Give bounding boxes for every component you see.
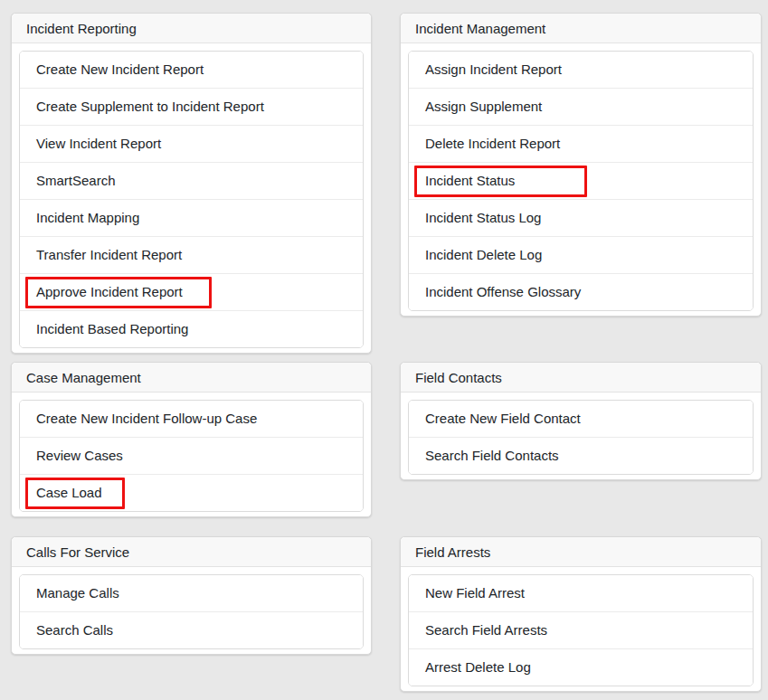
panel-header-field-arrests: Field Arrests	[401, 537, 761, 567]
row-3: Calls For Service Manage Calls Search Ca…	[11, 536, 758, 692]
menu-item-label: Transfer Incident Report	[36, 247, 182, 262]
menu-list: Assign Incident Report Assign Supplement…	[408, 51, 754, 311]
menu-item-label: Create Supplement to Incident Report	[36, 99, 264, 114]
menu-item-create-supplement-to-incident-report[interactable]: Create Supplement to Incident Report	[20, 89, 363, 126]
menu-item-search-field-contacts[interactable]: Search Field Contacts	[409, 438, 753, 474]
menu-item-incident-offense-glossary[interactable]: Incident Offense Glossary	[409, 274, 753, 310]
page-container: Incident Reporting Create New Incident R…	[0, 0, 768, 692]
panel-title: Incident Reporting	[26, 21, 137, 36]
menu-list: New Field Arrest Search Field Arrests Ar…	[408, 574, 754, 686]
menu-item-label: Create New Incident Follow-up Case	[36, 411, 257, 426]
menu-item-manage-calls[interactable]: Manage Calls	[20, 575, 363, 612]
panel-title: Case Management	[26, 370, 141, 385]
menu-item-label: Incident Mapping	[36, 210, 139, 225]
menu-item-label: New Field Arrest	[425, 585, 525, 601]
menu-item-view-incident-report[interactable]: View Incident Report	[20, 126, 363, 163]
menu-item-label: Case Load	[36, 485, 102, 500]
menu-item-label: Arrest Delete Log	[425, 659, 531, 675]
menu-item-transfer-incident-report[interactable]: Transfer Incident Report	[20, 237, 363, 274]
menu-item-search-field-arrests[interactable]: Search Field Arrests	[409, 612, 753, 649]
panel-field-contacts: Field Contacts Create New Field Contact …	[400, 362, 762, 480]
panel-incident-management: Incident Management Assign Incident Repo…	[400, 13, 762, 317]
menu-item-assign-supplement[interactable]: Assign Supplement	[409, 89, 753, 126]
menu-item-create-new-incident-report[interactable]: Create New Incident Report	[20, 52, 363, 89]
menu-item-incident-delete-log[interactable]: Incident Delete Log	[409, 237, 753, 274]
menu-item-label: Approve Incident Report	[36, 284, 183, 299]
panel-header-calls-for-service: Calls For Service	[12, 537, 371, 567]
menu-item-label: Incident Based Reporting	[36, 321, 188, 336]
menu-item-assign-incident-report[interactable]: Assign Incident Report	[409, 52, 753, 89]
menu-item-label: Incident Status Log	[425, 210, 541, 225]
panel-calls-for-service: Calls For Service Manage Calls Search Ca…	[11, 536, 372, 655]
menu-item-create-new-incident-follow-up-case[interactable]: Create New Incident Follow-up Case	[20, 401, 363, 438]
menu-item-new-field-arrest[interactable]: New Field Arrest	[409, 575, 753, 612]
menu-item-label: Create New Field Contact	[425, 411, 581, 426]
menu-list: Create New Field Contact Search Field Co…	[408, 400, 754, 475]
panel-header-case-management: Case Management	[12, 363, 371, 393]
menu-item-review-cases[interactable]: Review Cases	[20, 438, 363, 475]
panel-field-arrests: Field Arrests New Field Arrest Search Fi…	[400, 536, 762, 692]
menu-item-incident-mapping[interactable]: Incident Mapping	[20, 200, 363, 237]
panel-title: Field Contacts	[415, 370, 502, 385]
panel-body: Create New Incident Report Create Supple…	[12, 43, 371, 353]
menu-item-incident-status-log[interactable]: Incident Status Log	[409, 200, 753, 237]
menu-item-label: Review Cases	[36, 448, 123, 463]
menu-item-label: Search Calls	[36, 622, 113, 638]
panel-title: Incident Management	[415, 21, 545, 36]
menu-item-label: Incident Status	[425, 173, 515, 188]
panel-header-incident-reporting: Incident Reporting	[12, 14, 371, 43]
menu-item-label: Search Field Contacts	[425, 448, 559, 463]
menu-list: Create New Incident Follow-up Case Revie…	[19, 400, 364, 512]
panel-title: Field Arrests	[415, 544, 490, 560]
menu-list: Create New Incident Report Create Supple…	[19, 51, 364, 348]
panel-title: Calls For Service	[26, 544, 129, 560]
menu-item-label: Manage Calls	[36, 585, 119, 601]
menu-item-label: Search Field Arrests	[425, 622, 547, 638]
menu-item-search-calls[interactable]: Search Calls	[20, 612, 363, 648]
menu-item-label: Delete Incident Report	[425, 136, 560, 151]
menu-item-label: View Incident Report	[36, 136, 161, 151]
menu-item-case-load[interactable]: Case Load	[20, 475, 363, 511]
panel-body: Manage Calls Search Calls	[12, 567, 371, 654]
menu-item-incident-status[interactable]: Incident Status	[409, 163, 753, 200]
menu-item-smartsearch[interactable]: SmartSearch	[20, 163, 363, 200]
row-2: Case Management Create New Incident Foll…	[11, 362, 758, 517]
row-1: Incident Reporting Create New Incident R…	[11, 13, 758, 354]
menu-item-arrest-delete-log[interactable]: Arrest Delete Log	[409, 649, 753, 686]
menu-item-create-new-field-contact[interactable]: Create New Field Contact	[409, 401, 753, 438]
menu-item-delete-incident-report[interactable]: Delete Incident Report	[409, 126, 753, 163]
menu-item-label: Incident Offense Glossary	[425, 284, 581, 299]
panel-body: Create New Field Contact Search Field Co…	[401, 393, 761, 479]
menu-item-label: Create New Incident Report	[36, 61, 204, 77]
panel-body: New Field Arrest Search Field Arrests Ar…	[401, 567, 761, 691]
panel-body: Assign Incident Report Assign Supplement…	[401, 43, 761, 316]
menu-item-label: Assign Supplement	[425, 99, 542, 114]
menu-item-label: SmartSearch	[36, 173, 116, 188]
panel-header-field-contacts: Field Contacts	[401, 363, 761, 393]
menu-item-label: Incident Delete Log	[425, 247, 542, 262]
panel-header-incident-management: Incident Management	[401, 14, 761, 43]
panel-case-management: Case Management Create New Incident Foll…	[11, 362, 372, 517]
panel-incident-reporting: Incident Reporting Create New Incident R…	[11, 13, 372, 354]
menu-item-label: Assign Incident Report	[425, 61, 562, 77]
menu-item-approve-incident-report[interactable]: Approve Incident Report	[20, 274, 363, 311]
menu-list: Manage Calls Search Calls	[19, 574, 364, 649]
panel-body: Create New Incident Follow-up Case Revie…	[12, 393, 371, 516]
menu-item-incident-based-reporting[interactable]: Incident Based Reporting	[20, 311, 363, 347]
